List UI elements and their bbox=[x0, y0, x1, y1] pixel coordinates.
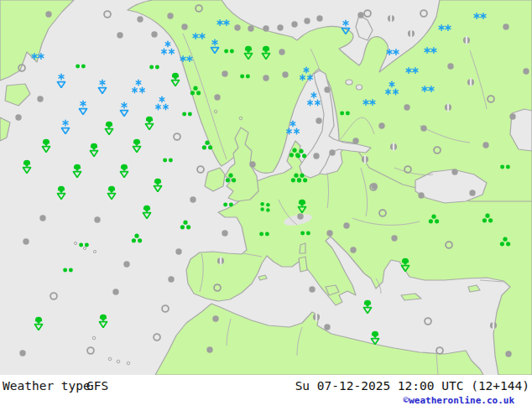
map-sardinia bbox=[299, 257, 307, 272]
copyright-link[interactable]: ©weatheronline.co.uk bbox=[404, 395, 514, 406]
europe-weather-map bbox=[0, 0, 532, 375]
product-label: Weather type bbox=[3, 379, 91, 393]
weather-map-app: Weather type GFS Su 07-12-2025 12:00 UTC… bbox=[0, 0, 532, 411]
model-label: GFS bbox=[86, 379, 108, 393]
valid-datetime: Su 07-12-2025 12:00 UTC (12+144) bbox=[295, 379, 529, 393]
map-lake-onega bbox=[357, 85, 362, 90]
map-corsica bbox=[300, 243, 305, 253]
map-lake-ladoga bbox=[346, 80, 352, 85]
caption-bar: Weather type GFS Su 07-12-2025 12:00 UTC… bbox=[0, 375, 532, 411]
